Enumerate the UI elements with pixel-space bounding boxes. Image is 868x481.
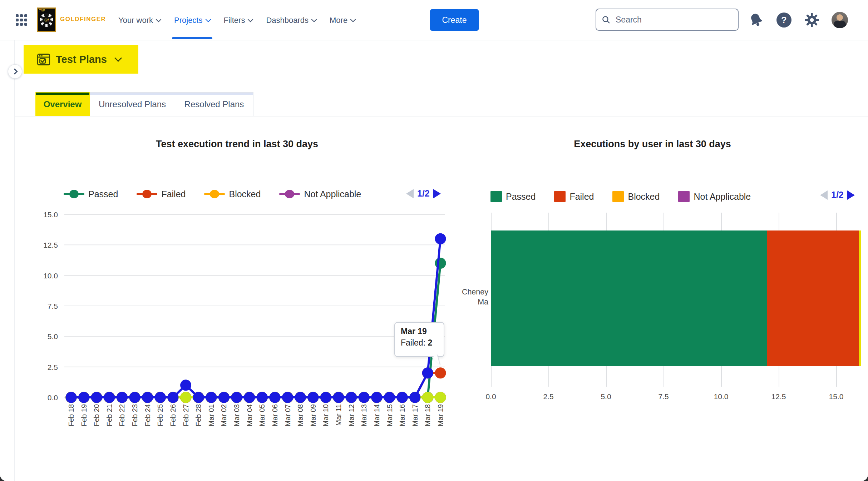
legend-swatch xyxy=(612,191,624,202)
pager-prev-icon[interactable] xyxy=(406,189,414,198)
search-input[interactable] xyxy=(615,15,733,25)
test-plans-menu[interactable]: Test Plans xyxy=(24,45,138,74)
line-chart: 15.012.510.07.55.02.50.0Feb 18Feb 19Feb … xyxy=(36,205,454,443)
settings-gear-icon[interactable] xyxy=(804,12,820,28)
app-switcher-icon[interactable] xyxy=(16,14,27,26)
app-window: 7NF Gf GOLDFINGER Your work Projects Fil… xyxy=(0,0,868,481)
x-tick-label: Mar 01 xyxy=(207,404,215,426)
create-button[interactable]: Create xyxy=(430,9,479,31)
x-tick-label: Mar 10 xyxy=(322,404,330,426)
data-point xyxy=(66,392,77,403)
x-tick-label: Feb 26 xyxy=(169,404,177,426)
data-point xyxy=(397,392,408,403)
aperture-icon: Gf xyxy=(40,13,53,27)
x-tick-label: 5.0 xyxy=(588,392,624,401)
x-tick-label: Feb 23 xyxy=(131,404,139,426)
notifications-bell-icon[interactable] xyxy=(748,12,764,28)
x-tick-label: Mar 13 xyxy=(360,404,368,426)
nav-filters[interactable]: Filters xyxy=(224,0,253,40)
x-tick-label: Mar 02 xyxy=(220,404,228,426)
legend-label: Passed xyxy=(88,189,118,199)
legend-swatch xyxy=(490,191,502,202)
data-point xyxy=(371,392,382,403)
data-point xyxy=(435,233,446,244)
pager-page-label: 1/2 xyxy=(417,188,430,199)
help-icon[interactable]: ? xyxy=(776,12,792,28)
legend-item-not-applicable: Not Applicable xyxy=(678,191,751,202)
legend-label: Failed xyxy=(569,192,594,202)
legend-swatch xyxy=(137,189,157,199)
data-point xyxy=(333,392,344,403)
data-point xyxy=(435,367,446,378)
x-tick-label: Mar 16 xyxy=(398,404,406,426)
legend-item-failed: Failed xyxy=(137,189,186,199)
data-point xyxy=(422,367,433,378)
tab-unresolved-plans[interactable]: Unresolved Plans xyxy=(89,92,175,116)
y-tick-label: 12.5 xyxy=(43,241,58,249)
tab-strip xyxy=(175,93,253,95)
pager-next-icon[interactable] xyxy=(433,189,441,198)
legend-swatch xyxy=(204,189,225,199)
nav-more[interactable]: More xyxy=(330,0,355,40)
pager-next-icon[interactable] xyxy=(847,190,855,200)
tab-overview[interactable]: Overview xyxy=(35,92,90,116)
tab-resolved-plans[interactable]: Resolved Plans xyxy=(175,92,253,116)
series-line xyxy=(71,373,440,397)
x-tick-label: Mar 09 xyxy=(309,404,317,426)
legend-item-not-applicable: Not Applicable xyxy=(279,189,361,199)
chevron-down-icon xyxy=(350,16,356,22)
legend-item-passed: Passed xyxy=(490,191,536,202)
search-icon xyxy=(601,15,611,24)
data-point xyxy=(193,392,204,403)
nav-projects[interactable]: Projects xyxy=(174,0,210,40)
data-point xyxy=(231,392,242,403)
sidebar-expand-button[interactable] xyxy=(8,64,22,79)
data-point xyxy=(218,392,230,403)
data-point xyxy=(409,392,420,403)
data-point xyxy=(155,392,166,403)
logo-badge: 7NF xyxy=(38,9,45,13)
test-plans-icon xyxy=(36,52,51,66)
data-point xyxy=(142,392,153,403)
user-avatar[interactable] xyxy=(832,12,848,28)
goldfinger-logo[interactable]: 7NF Gf xyxy=(37,8,56,32)
x-tick-label: 10.0 xyxy=(703,392,739,401)
data-point xyxy=(244,392,255,403)
bar-segment-failed xyxy=(767,230,859,366)
data-point xyxy=(422,392,433,403)
legend-label: Passed xyxy=(506,192,536,202)
data-point xyxy=(167,392,178,403)
x-tick-label: Mar 12 xyxy=(347,404,355,426)
bar-segment-passed xyxy=(491,230,767,366)
x-tick-label: Feb 21 xyxy=(105,404,113,426)
data-point xyxy=(78,392,89,403)
x-tick-label: Feb 28 xyxy=(194,404,202,426)
x-tick-label: 15.0 xyxy=(818,392,854,401)
y-tick-label: 5.0 xyxy=(48,332,58,341)
x-tick-label: Mar 06 xyxy=(271,404,279,426)
legend-swatch xyxy=(64,189,84,199)
nav-dashboards[interactable]: Dashboards xyxy=(266,0,316,40)
x-tick-label: Mar 14 xyxy=(373,404,381,426)
chart-tooltip: Mar 19 Failed: 2 xyxy=(394,322,444,357)
data-point xyxy=(129,392,140,403)
pager-prev-icon[interactable] xyxy=(820,190,828,200)
bar-chart-title: Executions by user in last 30 days xyxy=(474,139,831,150)
legend-label: Not Applicable xyxy=(694,192,751,202)
legend-swatch xyxy=(678,191,690,202)
chevron-down-icon xyxy=(156,16,162,22)
line-chart-legend: PassedFailedBlockedNot Applicable xyxy=(64,187,361,201)
x-tick-label: Mar 19 xyxy=(437,404,444,426)
data-point xyxy=(282,392,293,403)
data-point xyxy=(104,392,115,403)
data-point xyxy=(269,392,280,403)
chevron-down-icon xyxy=(311,16,317,22)
data-point xyxy=(206,392,217,403)
data-point xyxy=(307,392,319,403)
data-point xyxy=(117,392,128,403)
x-tick-label: Feb 27 xyxy=(182,404,190,426)
legend-swatch xyxy=(554,191,566,202)
line-legend-pager: 1/2 xyxy=(406,188,441,199)
nav-your-work[interactable]: Your work xyxy=(118,0,161,40)
tab-bar: Overview Unresolved Plans Resolved Plans xyxy=(36,92,253,116)
